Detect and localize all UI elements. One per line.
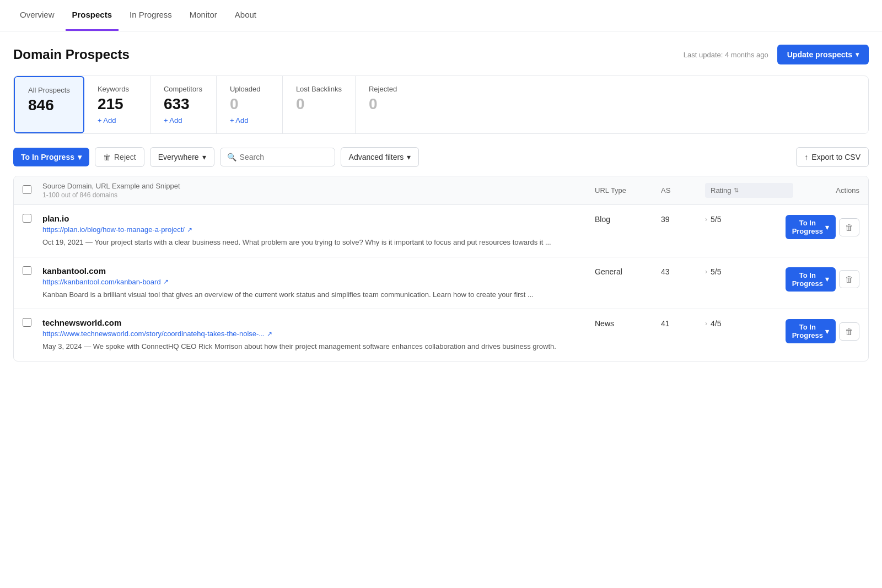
stat-card-all-label: All Prospects	[28, 86, 70, 94]
nav-item-overview[interactable]: Overview	[13, 0, 61, 31]
row3-checkbox[interactable]	[23, 318, 31, 327]
to-in-progress-label: To In Progress	[21, 153, 74, 161]
search-icon: 🔍	[227, 153, 236, 161]
reject-button[interactable]: 🗑 Reject	[95, 147, 144, 167]
header-source: Source Domain, URL Example and Snippet 1…	[42, 182, 595, 199]
header-checkbox-cell	[23, 185, 42, 196]
table-row: technewsworld.com https://www.technewswo…	[14, 309, 868, 361]
row3-action-label: To In Progress	[792, 323, 823, 339]
row1-snippet: Oct 19, 2021 — Your project starts with …	[42, 237, 595, 248]
main-content: Domain Prospects Last update: 4 months a…	[0, 31, 882, 375]
stat-card-lost-backlinks-label: Lost Backlinks	[296, 85, 342, 93]
reject-trash-icon: 🗑	[103, 153, 111, 161]
row2-action-chevron-icon: ▾	[825, 275, 829, 283]
row3-rating-arrow-icon: ›	[705, 320, 707, 327]
everywhere-chevron-icon: ▾	[202, 153, 206, 161]
row1-url-link[interactable]: https://plan.io/blog/how-to-manage-a-pro…	[42, 225, 185, 234]
everywhere-label: Everywhere	[158, 153, 199, 161]
row1-domain: plan.io	[42, 214, 595, 223]
search-input-wrap[interactable]: 🔍	[220, 148, 335, 166]
row1-as: 39	[661, 214, 705, 224]
header-actions: Actions	[793, 186, 859, 195]
row2-source-cell: kanbantool.com https://kanbantool.com/ka…	[42, 266, 595, 300]
stat-card-keywords-value: 215	[98, 95, 137, 113]
row1-checkbox-cell	[23, 214, 42, 224]
stat-card-lost-backlinks[interactable]: Lost Backlinks 0	[283, 76, 356, 133]
row3-external-link-icon: ↗	[267, 330, 272, 338]
stat-card-uploaded-value: 0	[230, 95, 269, 113]
row3-actions-cell: To In Progress ▾ 🗑	[793, 318, 859, 343]
row1-rating-arrow-icon: ›	[705, 215, 707, 223]
nav-item-in-progress[interactable]: In Progress	[123, 0, 179, 31]
row2-rating-cell: › 5/5	[705, 266, 793, 276]
stat-cards: All Prospects 846 Keywords 215 + Add Com…	[13, 75, 869, 134]
stat-card-competitors-label: Competitors	[164, 85, 203, 93]
select-all-checkbox[interactable]	[23, 185, 31, 194]
row3-source-cell: technewsworld.com https://www.technewswo…	[42, 318, 595, 352]
stat-card-competitors-add[interactable]: + Add	[164, 116, 203, 125]
stat-card-lost-backlinks-value: 0	[296, 95, 342, 113]
row2-url[interactable]: https://kanbantool.com/kanban-board ↗	[42, 278, 595, 286]
nav-item-monitor[interactable]: Monitor	[183, 0, 224, 31]
row3-delete-icon: 🗑	[845, 327, 853, 336]
advanced-filters-chevron-icon: ▾	[407, 153, 411, 161]
row3-url[interactable]: https://www.technewsworld.com/story/coor…	[42, 330, 595, 338]
row3-as: 41	[661, 318, 705, 328]
update-prospects-chevron-icon: ▾	[856, 51, 859, 58]
row1-delete-icon: 🗑	[845, 223, 853, 232]
row2-url-type: General	[595, 266, 661, 276]
header-rating-label: Rating	[711, 186, 732, 195]
row1-url[interactable]: https://plan.io/blog/how-to-manage-a-pro…	[42, 225, 595, 234]
row1-delete-button[interactable]: 🗑	[839, 218, 859, 236]
stat-card-competitors-value: 633	[164, 95, 203, 113]
stat-card-competitors[interactable]: Competitors 633 + Add	[150, 76, 217, 133]
row3-delete-button[interactable]: 🗑	[839, 322, 859, 341]
row3-url-link[interactable]: https://www.technewsworld.com/story/coor…	[42, 330, 265, 338]
stat-card-all[interactable]: All Prospects 846	[14, 76, 84, 133]
stat-card-rejected-label: Rejected	[369, 85, 408, 93]
export-csv-button[interactable]: ↑ Export to CSV	[796, 147, 869, 167]
advanced-filters-button[interactable]: Advanced filters ▾	[341, 147, 420, 167]
row3-to-in-progress-button[interactable]: To In Progress ▾	[786, 319, 836, 343]
nav-item-prospects[interactable]: Prospects	[66, 0, 119, 31]
stat-card-uploaded-add[interactable]: + Add	[230, 116, 269, 125]
stat-card-all-value: 846	[28, 96, 70, 114]
stat-card-keywords-add[interactable]: + Add	[98, 116, 137, 125]
prospects-table: Source Domain, URL Example and Snippet 1…	[13, 176, 869, 362]
row3-url-type: News	[595, 318, 661, 328]
row2-delete-icon: 🗑	[845, 274, 853, 284]
stat-card-rejected[interactable]: Rejected 0	[356, 76, 422, 133]
header-as: AS	[661, 186, 705, 195]
row3-snippet: May 3, 2024 — We spoke with ConnectHQ CE…	[42, 341, 595, 352]
reject-label: Reject	[114, 153, 136, 161]
row2-action-label: To In Progress	[792, 271, 823, 288]
row2-rating: 5/5	[711, 267, 721, 276]
row1-rating-cell: › 5/5	[705, 214, 793, 224]
table-row: plan.io https://plan.io/blog/how-to-mana…	[14, 205, 868, 257]
update-prospects-button[interactable]: Update prospects ▾	[777, 45, 869, 64]
row2-to-in-progress-button[interactable]: To In Progress ▾	[786, 267, 836, 292]
row2-checkbox[interactable]	[23, 266, 31, 275]
row1-to-in-progress-button[interactable]: To In Progress ▾	[786, 215, 836, 239]
row1-checkbox[interactable]	[23, 214, 31, 223]
stat-card-keywords[interactable]: Keywords 215 + Add	[84, 76, 150, 133]
row1-action-label: To In Progress	[792, 219, 823, 235]
last-update: Last update: 4 months ago	[684, 51, 768, 59]
rating-sort-icon[interactable]: ⇅	[734, 187, 739, 194]
page-header: Domain Prospects Last update: 4 months a…	[13, 45, 869, 64]
row3-action-chevron-icon: ▾	[825, 327, 829, 336]
stat-card-uploaded-label: Uploaded	[230, 85, 269, 93]
stat-card-keywords-label: Keywords	[98, 85, 137, 93]
row1-source-cell: plan.io https://plan.io/blog/how-to-mana…	[42, 214, 595, 248]
row2-delete-button[interactable]: 🗑	[839, 270, 859, 288]
row2-url-link[interactable]: https://kanbantool.com/kanban-board	[42, 278, 161, 286]
search-input[interactable]	[240, 153, 328, 161]
everywhere-dropdown[interactable]: Everywhere ▾	[150, 147, 214, 167]
row1-action-chevron-icon: ▾	[825, 223, 829, 231]
stat-card-uploaded[interactable]: Uploaded 0 + Add	[217, 76, 283, 133]
row2-actions-cell: To In Progress ▾ 🗑	[793, 266, 859, 292]
nav-item-about[interactable]: About	[228, 0, 263, 31]
table-row: kanbantool.com https://kanbantool.com/ka…	[14, 257, 868, 310]
to-in-progress-button[interactable]: To In Progress ▾	[13, 148, 89, 166]
row1-external-link-icon: ↗	[187, 226, 192, 234]
